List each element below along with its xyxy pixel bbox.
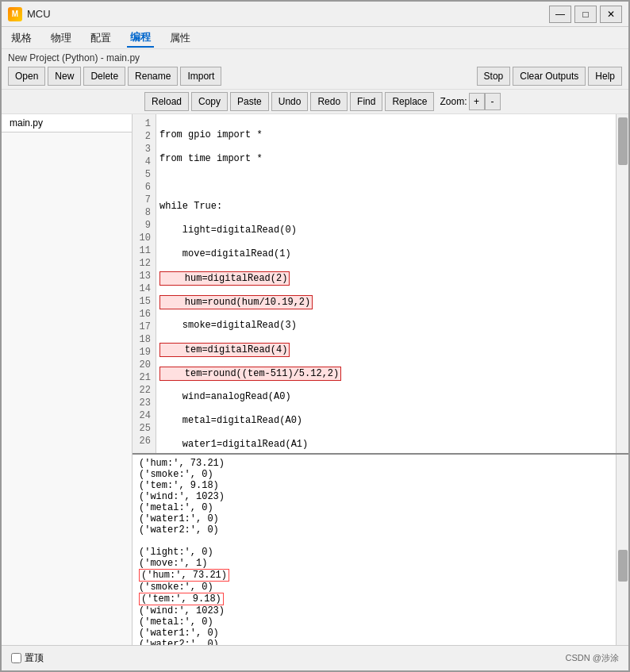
output-area: ('hum:', 73.21) ('smoke:', 0) ('tem:', 9… bbox=[133, 455, 628, 645]
line-num-21: 21 bbox=[134, 371, 154, 384]
menu-bar: 规格物理配置编程属性 bbox=[2, 27, 628, 49]
line-num-7: 7 bbox=[134, 194, 154, 206]
clear-outputs-button[interactable]: Clear Outputs bbox=[513, 67, 586, 86]
editor-area: 1 2 3 4 5 6 7 8 9 10 11 12 13 14 15 16 1 bbox=[133, 114, 628, 645]
reload-button[interactable]: Reload bbox=[144, 92, 189, 111]
line-num-3: 3 bbox=[134, 143, 154, 156]
main-window: M MCU — □ ✕ 规格物理配置编程属性 New Project (Pyth… bbox=[0, 0, 630, 672]
code-line-7: hum=digitalRead(2) bbox=[159, 271, 613, 284]
code-line-8: hum=round(hum/10.19,2) bbox=[159, 295, 613, 308]
code-line-10: tem=digitalRead(4) bbox=[159, 343, 613, 355]
top-checkbox[interactable] bbox=[11, 653, 21, 663]
line-num-1: 1 bbox=[134, 117, 154, 130]
replace-button[interactable]: Replace bbox=[385, 92, 434, 111]
editor-scroll-thumb[interactable] bbox=[618, 117, 628, 165]
zoom-label: Zoom: bbox=[440, 96, 467, 107]
line-num-15: 15 bbox=[134, 295, 154, 308]
help-button[interactable]: Help bbox=[588, 67, 622, 86]
code-line-1: from gpio import * bbox=[159, 129, 613, 141]
window-title: MCU bbox=[27, 8, 549, 20]
line-num-5: 5 bbox=[134, 168, 154, 181]
top-label: 置顶 bbox=[25, 651, 44, 665]
paste-button[interactable]: Paste bbox=[230, 92, 269, 111]
menu-item-规格[interactable]: 规格 bbox=[8, 29, 35, 47]
menu-item-编程[interactable]: 编程 bbox=[127, 29, 154, 48]
rename-button[interactable]: Rename bbox=[128, 67, 178, 86]
delete-button[interactable]: Delete bbox=[83, 67, 125, 86]
line-num-2: 2 bbox=[134, 130, 154, 143]
line-num-13: 13 bbox=[134, 270, 154, 282]
find-button[interactable]: Find bbox=[350, 92, 382, 111]
app-icon: M bbox=[8, 7, 22, 21]
line-num-18: 18 bbox=[134, 333, 154, 346]
main-content: main.py 1 2 3 4 5 6 7 8 9 10 11 12 bbox=[2, 114, 628, 645]
code-content[interactable]: from gpio import * from time import * wh… bbox=[156, 114, 616, 453]
code-line-5: light=digitalRead(0) bbox=[159, 224, 613, 236]
code-line-4: while True: bbox=[159, 200, 613, 213]
title-bar: M MCU — □ ✕ bbox=[2, 2, 628, 27]
code-line-12: wind=analogRead(A0) bbox=[159, 390, 613, 403]
code-line-6: move=digitalRead(1) bbox=[159, 248, 613, 260]
line-num-11: 11 bbox=[134, 244, 154, 257]
line-num-20: 20 bbox=[134, 359, 154, 371]
line-num-24: 24 bbox=[134, 409, 154, 422]
zoom-out-button[interactable]: - bbox=[485, 93, 501, 110]
stop-button[interactable]: Stop bbox=[477, 67, 511, 86]
code-line-13: metal=digitalRead(A0) bbox=[159, 414, 613, 427]
line-numbers: 1 2 3 4 5 6 7 8 9 10 11 12 13 14 15 16 1 bbox=[133, 114, 156, 453]
code-line-9: smoke=digitalRead(3) bbox=[159, 319, 613, 332]
line-num-25: 25 bbox=[134, 422, 154, 435]
menu-item-配置[interactable]: 配置 bbox=[87, 29, 114, 47]
line-num-9: 9 bbox=[134, 219, 154, 232]
redo-button[interactable]: Redo bbox=[310, 92, 348, 111]
output-content[interactable]: ('hum:', 73.21) ('smoke:', 0) ('tem:', 9… bbox=[133, 455, 616, 645]
output-scrollbar[interactable] bbox=[616, 455, 628, 645]
close-button[interactable]: ✕ bbox=[600, 6, 622, 23]
line-num-17: 17 bbox=[134, 321, 154, 333]
file-tab-main[interactable]: main.py bbox=[2, 114, 132, 132]
maximize-button[interactable]: □ bbox=[574, 6, 597, 23]
line-num-16: 16 bbox=[134, 308, 154, 321]
editor-scrollbar[interactable] bbox=[616, 114, 628, 453]
toolbar-row: Open New Delete Rename Import Stop Clear… bbox=[8, 67, 622, 86]
line-num-8: 8 bbox=[134, 206, 154, 219]
status-brand: CSDN @涉涂 bbox=[566, 652, 619, 664]
copy-button[interactable]: Copy bbox=[191, 92, 228, 111]
minimize-button[interactable]: — bbox=[549, 6, 571, 23]
line-num-19: 19 bbox=[134, 346, 154, 359]
new-button[interactable]: New bbox=[48, 67, 81, 86]
line-num-23: 23 bbox=[134, 397, 154, 409]
toolbar-right: Stop Clear Outputs Help bbox=[477, 67, 622, 86]
line-num-10: 10 bbox=[134, 232, 154, 244]
toolbar-area: New Project (Python) - main.py Open New … bbox=[2, 49, 628, 90]
code-line-3 bbox=[159, 176, 613, 189]
line-num-22: 22 bbox=[134, 384, 154, 397]
line-num-12: 12 bbox=[134, 257, 154, 270]
undo-button[interactable]: Undo bbox=[271, 92, 309, 111]
open-button[interactable]: Open bbox=[8, 67, 45, 86]
line-num-26: 26 bbox=[134, 435, 154, 447]
import-button[interactable]: Import bbox=[180, 67, 221, 86]
line-num-6: 6 bbox=[134, 181, 154, 194]
output-tem-highlighted: ('tem:', 9.18) bbox=[139, 593, 224, 605]
zoom-group: Zoom: + - bbox=[440, 93, 500, 110]
output-scroll-thumb[interactable] bbox=[618, 550, 628, 582]
status-bar: 置顶 CSDN @涉涂 bbox=[2, 645, 628, 670]
menu-item-属性[interactable]: 属性 bbox=[167, 29, 194, 47]
code-line-11: tem=round((tem-511)/5.12,2) bbox=[159, 367, 613, 379]
line-num-4: 4 bbox=[134, 156, 154, 168]
window-controls: — □ ✕ bbox=[549, 6, 622, 23]
output-hum-highlighted: ('hum:', 73.21) bbox=[139, 569, 229, 582]
project-label: New Project (Python) - main.py bbox=[8, 52, 622, 63]
toolbar-left: Open New Delete Rename Import bbox=[8, 67, 221, 86]
code-line-14: water1=digitalRead(A1) bbox=[159, 438, 613, 451]
menu-item-物理[interactable]: 物理 bbox=[48, 29, 75, 47]
edit-toolbar: Reload Copy Paste Undo Redo Find Replace… bbox=[2, 90, 628, 114]
status-checkbox-area: 置顶 bbox=[11, 651, 44, 665]
file-panel: main.py bbox=[2, 114, 133, 645]
code-line-2: from time import * bbox=[159, 152, 613, 165]
zoom-in-button[interactable]: + bbox=[469, 93, 485, 110]
code-editor: 1 2 3 4 5 6 7 8 9 10 11 12 13 14 15 16 1 bbox=[133, 114, 628, 455]
line-num-14: 14 bbox=[134, 282, 154, 295]
